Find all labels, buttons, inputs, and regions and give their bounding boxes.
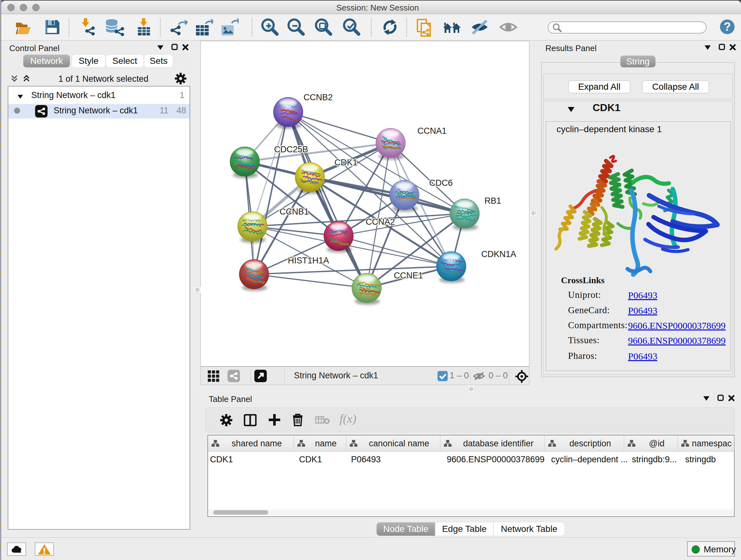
svg-text:CDC6: CDC6 (429, 178, 453, 188)
svg-text:CDKN1A: CDKN1A (481, 249, 516, 259)
svg-text:CDK1: CDK1 (334, 158, 357, 167)
svg-text:RB1: RB1 (484, 196, 501, 206)
svg-text:CCNA1: CCNA1 (417, 126, 447, 136)
svg-text:CCNB2: CCNB2 (304, 92, 333, 102)
svg-text:HIST1H1A: HIST1H1A (288, 256, 329, 265)
svg-text:CCNB1: CCNB1 (280, 207, 309, 216)
svg-text:CDC25B: CDC25B (274, 145, 308, 154)
svg-text:CCNA2: CCNA2 (366, 217, 395, 227)
svg-text:CCNE1: CCNE1 (394, 271, 423, 280)
